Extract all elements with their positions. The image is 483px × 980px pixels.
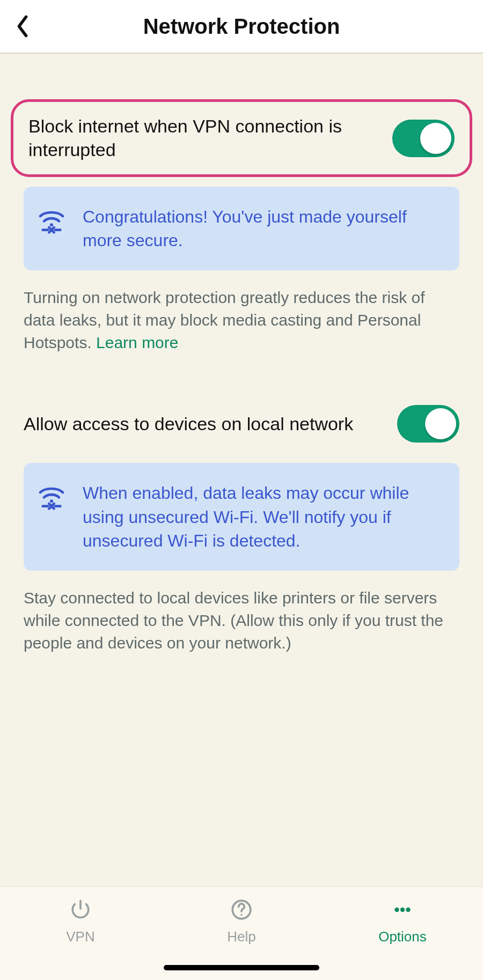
wifi-blocked-icon <box>36 481 67 511</box>
chevron-left-icon <box>14 14 31 38</box>
toggle-knob <box>420 123 451 154</box>
page-title: Network Protection <box>143 14 340 39</box>
info-box-block-internet: Congratulations! You've just made yourse… <box>24 187 459 270</box>
setting-block-internet-label: Block internet when VPN connection is in… <box>28 115 382 161</box>
description-block-internet-text: Turning on network protection greatly re… <box>24 289 425 351</box>
svg-point-13 <box>394 908 399 912</box>
help-icon <box>230 898 253 921</box>
setting-local-network-label: Allow access to devices on local network <box>24 412 386 436</box>
more-dots-icon <box>391 898 414 921</box>
svg-point-0 <box>50 223 53 226</box>
header: Network Protection <box>0 0 483 54</box>
description-block-internet: Turning on network protection greatly re… <box>24 286 459 354</box>
svg-point-15 <box>406 908 410 912</box>
info-box-local-network: When enabled, data leaks may occur while… <box>24 463 459 570</box>
content: Block internet when VPN connection is in… <box>0 54 483 886</box>
toggle-local-network[interactable] <box>397 405 459 443</box>
power-icon <box>69 898 92 921</box>
svg-point-14 <box>400 908 405 912</box>
tab-vpn[interactable]: VPN <box>0 898 161 945</box>
tab-vpn-label: VPN <box>66 929 94 945</box>
info-text-block-internet: Congratulations! You've just made yourse… <box>83 205 442 252</box>
setting-local-network: Allow access to devices on local network <box>11 405 472 443</box>
tab-options[interactable]: Options <box>322 898 483 945</box>
tab-help-label: Help <box>227 929 255 945</box>
wifi-blocked-icon <box>36 205 67 235</box>
toggle-block-internet[interactable] <box>392 120 455 157</box>
description-local-network: Stay connected to local devices like pri… <box>24 587 459 654</box>
info-text-local-network: When enabled, data leaks may occur while… <box>83 481 442 552</box>
home-indicator[interactable] <box>164 965 319 970</box>
svg-point-12 <box>240 914 242 916</box>
back-button[interactable] <box>10 13 35 39</box>
tab-help[interactable]: Help <box>161 898 322 945</box>
svg-point-5 <box>50 500 53 503</box>
toggle-knob <box>425 408 456 439</box>
tab-options-label: Options <box>378 929 427 945</box>
setting-block-internet: Block internet when VPN connection is in… <box>11 99 472 177</box>
learn-more-link[interactable]: Learn more <box>96 334 178 351</box>
